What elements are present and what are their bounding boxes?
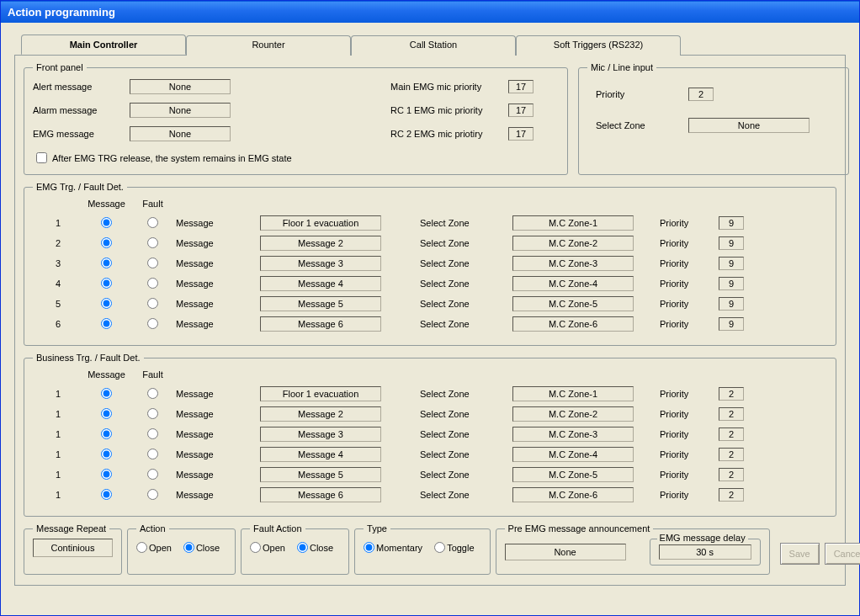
emg-message-radio[interactable] — [101, 298, 112, 309]
emg-message-radio[interactable] — [101, 278, 112, 289]
fault-open-radio[interactable] — [250, 542, 261, 553]
emg-zone-dropdown[interactable]: M.C Zone-3 — [512, 256, 634, 271]
emg-message-dropdown[interactable]: Floor 1 evacuation — [260, 215, 381, 231]
emg-priority-value[interactable]: 9 — [719, 257, 744, 270]
emg-message-dropdown[interactable]: Message 6 — [260, 316, 381, 332]
tab-router[interactable]: Rounter — [186, 35, 351, 56]
emg-dropdown[interactable]: None — [130, 126, 231, 141]
main-emg-prio-value[interactable]: 17 — [508, 80, 534, 93]
alarm-dropdown[interactable]: None — [130, 103, 231, 118]
tab-main-controller[interactable]: Main Controller — [21, 35, 186, 55]
cancel-button[interactable]: Cancel — [825, 543, 860, 565]
biz-index: 1 — [33, 470, 83, 480]
emg-zone-dropdown[interactable]: M.C Zone-5 — [512, 296, 634, 311]
biz-zone-dropdown[interactable]: M.C Zone-1 — [512, 386, 634, 401]
tab-soft-triggers[interactable]: Soft Triggers (RS232) — [516, 35, 681, 56]
emg-fault-radio[interactable] — [147, 278, 158, 289]
titlebar: Action programming — [1, 1, 859, 23]
emg-zone-dropdown[interactable]: M.C Zone-2 — [512, 236, 634, 251]
biz-message-radio[interactable] — [101, 449, 112, 459]
mic-zone-dropdown[interactable]: None — [688, 118, 810, 133]
emg-delay-dropdown[interactable]: 30 s — [659, 544, 751, 560]
emg-index: 6 — [33, 319, 83, 329]
emg-fault-radio[interactable] — [147, 258, 158, 268]
fault-close-radio[interactable] — [297, 542, 308, 553]
emg-priority-value[interactable]: 9 — [719, 236, 744, 250]
biz-index: 1 — [33, 490, 83, 500]
biz-message-radio[interactable] — [101, 408, 112, 419]
emg-fault-radio[interactable] — [147, 237, 158, 248]
biz-zone-label: Select Zone — [420, 449, 512, 459]
emg-priority-value[interactable]: 9 — [719, 297, 744, 311]
biz-row: 1MessageMessage 6Select ZoneM.C Zone-6Pr… — [33, 487, 827, 502]
biz-message-dropdown[interactable]: Floor 1 evacuation — [260, 386, 381, 401]
action-close-radio[interactable] — [183, 542, 194, 553]
emg-priority-label: Priority — [660, 299, 719, 309]
biz-priority-label: Priority — [660, 490, 719, 500]
biz-zone-dropdown[interactable]: M.C Zone-6 — [512, 487, 634, 502]
pre-emg-dropdown[interactable]: None — [505, 544, 626, 560]
biz-priority-value[interactable]: 2 — [719, 488, 744, 502]
emg-zone-dropdown[interactable]: M.C Zone-4 — [512, 276, 634, 291]
biz-zone-dropdown[interactable]: M.C Zone-5 — [512, 467, 634, 482]
emg-message-radio[interactable] — [101, 318, 112, 329]
mic-priority-label: Priority — [596, 89, 688, 99]
emg-priority-value[interactable]: 9 — [719, 277, 744, 290]
emg-message-radio[interactable] — [101, 237, 112, 248]
type-toggle-radio[interactable] — [434, 542, 445, 553]
biz-zone-dropdown[interactable]: M.C Zone-2 — [512, 406, 634, 422]
emg-message-radio[interactable] — [101, 258, 112, 268]
rc2-emg-prio-value[interactable]: 17 — [508, 127, 534, 141]
action-open-radio[interactable] — [136, 542, 147, 553]
emg-fault-radio[interactable] — [147, 217, 158, 228]
emg-message-dropdown[interactable]: Message 3 — [260, 256, 381, 271]
biz-priority-value[interactable]: 2 — [719, 468, 744, 481]
rc1-emg-prio-value[interactable]: 17 — [508, 104, 534, 117]
emg-message-dropdown[interactable]: Message 5 — [260, 296, 381, 311]
biz-fault-radio[interactable] — [147, 449, 158, 459]
msg-repeat-dropdown[interactable]: Continious — [33, 539, 113, 557]
biz-fault-radio[interactable] — [147, 408, 158, 419]
biz-fault-radio[interactable] — [147, 469, 158, 480]
emg-zone-dropdown[interactable]: M.C Zone-6 — [512, 316, 634, 332]
type-momentary-radio[interactable] — [364, 542, 374, 553]
mic-priority-value[interactable]: 2 — [688, 88, 714, 101]
biz-fault-radio[interactable] — [147, 428, 158, 439]
emg-index: 1 — [33, 218, 83, 228]
biz-priority-value[interactable]: 2 — [719, 387, 744, 401]
mic-line-legend: Mic / Line input — [587, 62, 656, 72]
biz-message-dropdown[interactable]: Message 6 — [260, 487, 381, 502]
emg-remain-checkbox[interactable] — [36, 152, 47, 163]
front-panel-group: Front panel Alert message None Main EMG … — [24, 62, 568, 175]
biz-message-dropdown[interactable]: Message 2 — [260, 406, 381, 422]
biz-zone-dropdown[interactable]: M.C Zone-3 — [512, 427, 634, 442]
emg-message-radio[interactable] — [101, 217, 112, 228]
biz-message-radio[interactable] — [101, 469, 112, 480]
biz-priority-value[interactable]: 2 — [719, 407, 744, 421]
emg-message-dropdown[interactable]: Message 2 — [260, 236, 381, 251]
emg-zone-dropdown[interactable]: M.C Zone-1 — [512, 215, 634, 231]
emg-fault-radio[interactable] — [147, 318, 158, 329]
biz-priority-value[interactable]: 2 — [719, 427, 744, 441]
biz-message-dropdown[interactable]: Message 3 — [260, 427, 381, 442]
emg-priority-value[interactable]: 9 — [719, 317, 744, 331]
emg-priority-value[interactable]: 9 — [719, 216, 744, 230]
msg-repeat-group: Message Repeat Continious — [24, 523, 122, 575]
biz-message-label: Message — [176, 429, 260, 439]
biz-message-radio[interactable] — [101, 428, 112, 439]
tab-call-station[interactable]: Call Station — [351, 35, 516, 56]
biz-message-radio[interactable] — [101, 388, 112, 399]
alert-dropdown[interactable]: None — [130, 79, 231, 94]
emg-delay-group: EMG message delay 30 s — [650, 539, 761, 566]
biz-message-dropdown[interactable]: Message 5 — [260, 467, 381, 482]
biz-zone-dropdown[interactable]: M.C Zone-4 — [512, 447, 634, 462]
save-button[interactable]: Save — [780, 543, 820, 565]
biz-message-radio[interactable] — [101, 489, 112, 500]
emg-zone-label: Select Zone — [420, 238, 512, 248]
biz-fault-radio[interactable] — [147, 388, 158, 399]
emg-fault-radio[interactable] — [147, 298, 158, 309]
biz-message-dropdown[interactable]: Message 4 — [260, 447, 381, 462]
biz-priority-value[interactable]: 2 — [719, 448, 744, 461]
biz-fault-radio[interactable] — [147, 489, 158, 500]
emg-message-dropdown[interactable]: Message 4 — [260, 276, 381, 291]
